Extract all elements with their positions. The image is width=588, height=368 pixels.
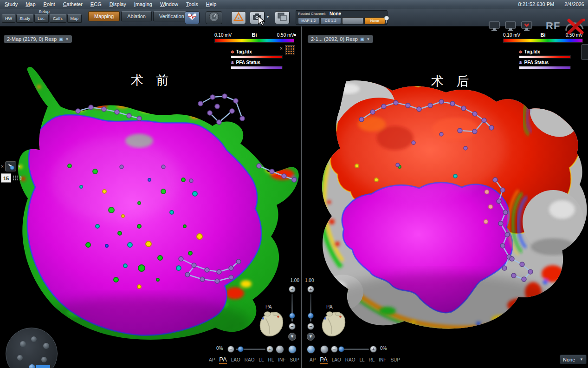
collapsed-panel-tab[interactable] <box>581 44 588 60</box>
opacity-thumb-left[interactable] <box>238 346 244 352</box>
orient-rao-left[interactable]: RAO <box>245 357 255 362</box>
orient-lao-right[interactable]: LAO <box>332 357 341 362</box>
orient-rl-left[interactable]: RL <box>268 357 274 362</box>
orient-pa-right[interactable]: PA <box>320 356 327 364</box>
zoom-in-button-right[interactable]: + <box>307 286 314 293</box>
globe-blue-button-left[interactable] <box>288 345 297 354</box>
monitor-2-icon[interactable] <box>504 21 517 33</box>
orient-sup-left[interactable]: SUP <box>290 357 299 362</box>
menu-ecg[interactable]: ECG <box>90 1 102 7</box>
mapping-mode-button[interactable]: Mapping <box>88 11 120 21</box>
opacity-minus-button-right[interactable]: − <box>331 346 338 353</box>
right-viewport[interactable]: 2-1... (3092, 0) Resp ▣ ▼ 0.10 mV Bi 0.5… <box>302 26 588 368</box>
menu-imaging[interactable]: Imaging <box>134 1 152 7</box>
map-label-chevron-right[interactable]: ▼ <box>366 37 370 41</box>
colorbar-min-left: 0.10 mV <box>214 33 232 38</box>
orient-ap-left[interactable]: AP <box>209 357 215 362</box>
zoom-collapse-button-left[interactable]: ▼ <box>288 333 296 341</box>
orientation-heart-icon-left[interactable] <box>257 309 286 342</box>
map-label-chevron[interactable]: ▼ <box>65 37 69 41</box>
ic-dial-button[interactable] <box>206 11 222 24</box>
orient-pa-left[interactable]: PA <box>219 356 226 364</box>
point-size-value[interactable]: 15 <box>1 173 11 183</box>
orient-rl-right[interactable]: RL <box>369 357 375 362</box>
menu-catheter[interactable]: Catheter <box>63 1 83 7</box>
pfa-trigger-button[interactable] <box>231 11 246 24</box>
pfa-colorbar-left[interactable] <box>231 66 283 69</box>
globe-blue-button-right[interactable] <box>307 345 315 354</box>
pin-dot-left[interactable] <box>294 34 296 36</box>
orient-lao-left[interactable]: LAO <box>231 357 240 362</box>
legend-pfa-left[interactable]: ✽ PFA Status <box>231 60 283 65</box>
snapshot-dropdown-chevron[interactable]: ▼ <box>266 15 270 19</box>
heart-pulse-icon <box>187 13 197 23</box>
menu-help[interactable]: Help <box>206 1 217 7</box>
map-select-dropdown[interactable]: None ▼ <box>560 355 587 364</box>
zoom-slider-thumb-right[interactable] <box>308 313 314 319</box>
legend-pfa-right[interactable]: ✽ PFA Status <box>519 60 571 65</box>
tagidx-colorbar-left[interactable] <box>231 55 283 59</box>
zoom-slider-thumb-left[interactable] <box>289 313 295 319</box>
map-select-chevron: ▼ <box>580 357 583 361</box>
viewport-divider[interactable] <box>301 26 302 368</box>
channel-map12-button[interactable]: MAP 1-2 <box>298 17 319 24</box>
globe-gray-button-left[interactable] <box>276 345 284 354</box>
setup-study-button[interactable]: Study <box>16 14 33 23</box>
setup-hw-button[interactable]: HW <box>2 14 15 23</box>
legend-tagidx-left[interactable]: ✽ Tag.Idx <box>231 49 283 54</box>
map-label-pill-right[interactable]: 2-1... (3092, 0) Resp ▣ ▼ <box>308 35 373 43</box>
orient-rao-right[interactable]: RAO <box>345 357 355 362</box>
voltage-colorbar-left[interactable] <box>214 39 294 43</box>
tagidx-colorbar-right[interactable] <box>519 55 571 59</box>
setup-cath-button[interactable]: Cath. <box>50 14 66 23</box>
setup-map-button[interactable]: Map <box>67 14 82 23</box>
channel-none-button[interactable]: None <box>364 17 386 24</box>
opacity-plus-button-left[interactable]: + <box>266 346 273 353</box>
ablation-mode-button[interactable]: Ablation <box>121 11 152 21</box>
trackball-blue-ball[interactable] <box>29 364 35 368</box>
menu-tools[interactable]: Tools <box>186 1 198 7</box>
left-viewport[interactable]: 2-Map (2179, 0) Resp ▣ ▼ 0.10 mV Bi 0.50… <box>0 26 301 368</box>
menu-bar: Study Map Point Catheter ECG Display Ima… <box>0 0 588 8</box>
catheter-tip-icon <box>6 163 15 170</box>
monitor-1-icon[interactable] <box>488 21 500 33</box>
stepper-arrows[interactable]: ▲▼ <box>19 175 22 181</box>
globe-gray-button-right[interactable] <box>320 345 329 354</box>
dial-icon <box>208 11 220 24</box>
legend-tagidx-right[interactable]: ✽ Tag.Idx <box>519 49 571 54</box>
zoom-out-button-right[interactable]: − <box>307 323 314 330</box>
opacity-minus-button-left[interactable]: − <box>227 346 234 353</box>
map-label-pill-left[interactable]: 2-Map (2179, 0) Resp ▣ ▼ <box>4 35 72 43</box>
catheter-visibility-button[interactable] <box>5 161 16 171</box>
orient-inf-right[interactable]: INF <box>379 357 386 362</box>
ecg-heart-button[interactable] <box>185 11 200 24</box>
orientation-heart-icon-right[interactable] <box>319 309 349 342</box>
setup-loc-button[interactable]: Loc. <box>34 14 49 23</box>
tag-pattern-button[interactable] <box>285 45 295 55</box>
layout-button[interactable] <box>275 11 290 24</box>
channel-cs12-button[interactable]: CS 1-2 <box>320 17 342 24</box>
monitor-heart-icon[interactable] <box>521 21 533 33</box>
opacity-plus-button-right[interactable]: + <box>370 346 377 353</box>
menu-point[interactable]: Point <box>44 1 55 7</box>
zoom-out-button-left[interactable]: − <box>289 323 296 330</box>
opacity-thumb-right[interactable] <box>338 346 344 352</box>
widget-expand-chevron[interactable]: ▼ <box>18 164 21 169</box>
voltage-colorbar-right[interactable] <box>503 39 583 43</box>
routed-channel-value: None <box>330 11 341 16</box>
zoom-collapse-button-right[interactable]: ▼ <box>307 333 315 341</box>
menu-window[interactable]: Window <box>160 1 178 7</box>
orient-ap-right[interactable]: AP <box>310 357 316 362</box>
orient-sup-right[interactable]: SUP <box>390 357 400 362</box>
widget-close-icon[interactable]: × <box>1 164 4 169</box>
pfa-colorbar-right[interactable] <box>519 66 571 69</box>
menu-display[interactable]: Display <box>110 1 126 7</box>
legend-close-icon[interactable]: × <box>280 46 283 51</box>
menu-map[interactable]: Map <box>26 1 35 7</box>
orient-inf-left[interactable]: INF <box>278 357 285 362</box>
zoom-in-button-left[interactable]: + <box>289 286 296 293</box>
orient-ll-left[interactable]: LL <box>258 357 264 362</box>
channel-blank-button[interactable] <box>342 17 363 24</box>
orient-ll-right[interactable]: LL <box>359 357 364 362</box>
menu-study[interactable]: Study <box>5 1 18 7</box>
